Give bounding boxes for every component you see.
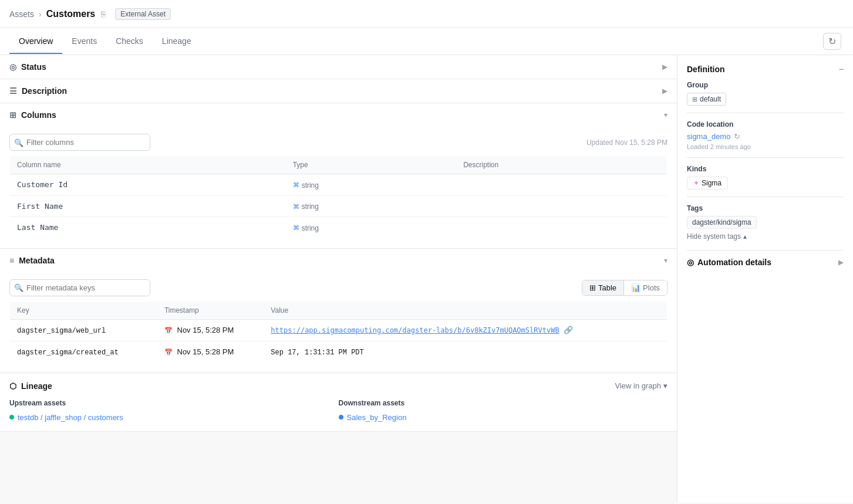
columns-table: Column name Type Description Customer Id…: [9, 155, 667, 239]
meta-header-timestamp: Timestamp: [157, 301, 264, 319]
collapse-icon[interactable]: −: [839, 65, 844, 74]
columns-label: Columns: [21, 110, 56, 120]
description-title: ☰ Description: [9, 86, 67, 96]
upstream-assets-col: Upstream assets testdb / jaffle_shop / c…: [9, 399, 339, 422]
web-url-link[interactable]: https://app.sigmacomputing.com/dagster-l…: [271, 326, 559, 334]
columns-filter-input[interactable]: [9, 134, 150, 151]
group-value: default: [700, 95, 721, 103]
table-row: dagster_sigma/created_at 📅 Nov 15, 5:28 …: [10, 341, 667, 363]
downstream-link[interactable]: Sales_by_Region: [347, 413, 407, 422]
description-section-header[interactable]: ☰ Description ▶: [0, 79, 677, 103]
lineage-icon: ⬡: [9, 381, 16, 391]
tags-label: Tags: [687, 204, 844, 212]
kinds-value: Sigma: [702, 179, 721, 187]
definition-title: Definition −: [687, 65, 844, 74]
metadata-icon: ≡: [9, 256, 14, 265]
tabs-bar: Overview Events Checks Lineage ↻: [0, 28, 853, 55]
tab-events[interactable]: Events: [62, 29, 106, 54]
description-chevron: ▶: [662, 87, 667, 95]
table-btn-label: Table: [598, 283, 616, 292]
col-desc-first-name: [456, 195, 667, 217]
meta-key-web-url: dagster_sigma/web_url: [10, 319, 157, 341]
col-name-last-name: Last Name: [10, 217, 286, 239]
copy-link-icon[interactable]: 🔗: [564, 326, 573, 334]
metadata-filter-wrap: 🔍: [9, 279, 150, 296]
copy-icon[interactable]: ⎘: [101, 9, 106, 19]
metadata-label: Metadata: [19, 256, 55, 265]
metadata-chevron: ▾: [664, 256, 667, 265]
hide-system-tags-button[interactable]: Hide system tags ▴: [687, 232, 844, 241]
group-label: Group: [687, 81, 844, 89]
automation-chevron[interactable]: ▶: [838, 258, 844, 266]
calendar-icon: 📅: [164, 349, 173, 356]
meta-val-created-at: Sep 17, 1:31:31 PM PDT: [264, 341, 667, 363]
refresh-icon[interactable]: ↻: [734, 132, 740, 141]
view-in-graph-button[interactable]: View in graph ▾: [615, 381, 667, 390]
metadata-view-toggle: ⊞ Table 📊 Plots: [582, 280, 667, 296]
status-chevron: ▶: [662, 63, 667, 71]
col-type-last-name: ⌘ string: [286, 217, 457, 239]
upstream-link[interactable]: testdb / jaffle_shop / customers: [18, 413, 123, 422]
status-section: ◎ Status ▶: [0, 55, 677, 79]
columns-table-wrap: Column name Type Description Customer Id…: [0, 155, 677, 248]
lineage-header: ⬡ Lineage View in graph ▾: [0, 373, 677, 399]
status-label: Status: [21, 62, 46, 72]
columns-chevron: ▾: [664, 111, 667, 119]
main-layout: ◎ Status ▶ ☰ Description ▶ ⊞ Columns: [0, 55, 853, 503]
columns-filter-row: 🔍 Updated Nov 15, 5:28 PM: [0, 127, 677, 155]
divider: [687, 113, 844, 113]
table-row: Customer Id ⌘ string: [10, 174, 667, 196]
table-icon-sm: ⊞: [692, 96, 697, 103]
table-row: First Name ⌘ string: [10, 195, 667, 217]
divider: [687, 197, 844, 197]
plots-btn-label: Plots: [643, 283, 660, 292]
table-row: Last Name ⌘ string: [10, 217, 667, 239]
type-icon: ⌘: [293, 181, 299, 189]
tab-lineage[interactable]: Lineage: [153, 29, 201, 54]
breadcrumb-separator: ›: [39, 9, 42, 19]
table-icon: ⊞: [589, 283, 596, 292]
divider: [687, 157, 844, 158]
calendar-icon: 📅: [164, 327, 173, 334]
description-label: Description: [22, 86, 67, 96]
col-name-customer-id: Customer Id: [10, 174, 286, 196]
lineage-title: ⬡ Lineage: [9, 381, 52, 391]
tab-checks[interactable]: Checks: [106, 29, 153, 54]
automation-icon: ◎: [687, 258, 694, 267]
col-desc-customer-id: [456, 174, 667, 196]
automation-section: ◎ Automation details ▶: [687, 258, 844, 267]
metadata-toolbar: 🔍 ⊞ Table 📊 Plots: [0, 272, 677, 301]
metadata-section-header[interactable]: ≡ Metadata ▾: [0, 249, 677, 272]
divider: [687, 250, 844, 251]
sync-button[interactable]: ↻: [823, 33, 841, 50]
page-title: Customers: [46, 9, 96, 19]
automation-header: ◎ Automation details ▶: [687, 258, 844, 267]
meta-ts-web-url: 📅 Nov 15, 5:28 PM: [157, 319, 264, 341]
tab-overview[interactable]: Overview: [9, 29, 62, 54]
automation-title: ◎ Automation details: [687, 258, 771, 267]
downstream-assets-col: Downstream assets Sales_by_Region: [339, 399, 668, 422]
meta-header-value: Value: [264, 301, 667, 319]
kinds-badge: ✦ Sigma: [687, 177, 728, 190]
status-title: ◎ Status: [9, 62, 46, 72]
columns-updated-text: Updated Nov 15, 5:28 PM: [586, 138, 667, 147]
metadata-filter-input[interactable]: [9, 279, 150, 296]
col-type-first-name: ⌘ string: [286, 195, 457, 217]
breadcrumb-assets-link[interactable]: Assets: [9, 9, 34, 19]
columns-section-header[interactable]: ⊞ Columns ▾: [0, 103, 677, 127]
type-icon: ⌘: [293, 224, 299, 232]
col-name-first-name: First Name: [10, 195, 286, 217]
columns-icon: ⊞: [9, 110, 16, 120]
meta-key-created-at: dagster_sigma/created_at: [10, 341, 157, 363]
lineage-section: ⬡ Lineage View in graph ▾ Upstream asset…: [0, 373, 677, 432]
left-panel: ◎ Status ▶ ☰ Description ▶ ⊞ Columns: [0, 55, 677, 503]
tag-item[interactable]: dagster/kind/sigma: [687, 216, 757, 229]
code-location-link[interactable]: sigma_demo: [687, 132, 730, 141]
top-header: Assets › Customers ⎘ External Asset: [0, 0, 853, 28]
columns-title: ⊞ Columns: [9, 110, 56, 120]
definition-section: Definition − Group ⊞ default Code locati…: [687, 65, 844, 241]
meta-ts-created-at: 📅 Nov 15, 5:28 PM: [157, 341, 264, 363]
status-section-header[interactable]: ◎ Status ▶: [0, 55, 677, 79]
plots-view-button[interactable]: 📊 Plots: [624, 280, 667, 295]
table-view-button[interactable]: ⊞ Table: [582, 280, 624, 295]
